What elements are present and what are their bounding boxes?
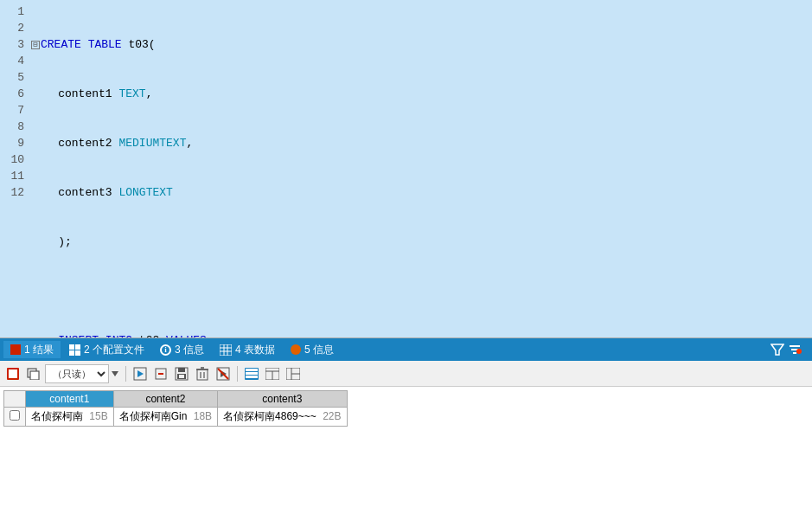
dropdown-arrow-icon[interactable] xyxy=(109,364,121,383)
cell-content3-value: 名侦探柯南4869~~~ xyxy=(223,410,316,422)
table-icon xyxy=(220,344,232,356)
cell-content1-size: 15B xyxy=(89,410,107,422)
result-table: content1 content2 content3 名侦探柯南 15B 名侦探… xyxy=(3,390,348,427)
cell-content2: 名侦探柯南Gin 18B xyxy=(113,408,217,427)
toolbar-btn1[interactable] xyxy=(131,364,150,383)
cell-content2-size: 18B xyxy=(194,410,212,422)
svg-rect-11 xyxy=(9,369,17,378)
tab-config-label: 2 个配置文件 xyxy=(84,343,144,357)
svg-rect-13 xyxy=(30,371,39,380)
cell-content3-size: 22B xyxy=(323,410,341,422)
svg-marker-5 xyxy=(771,344,783,355)
code-editor[interactable]: 1 2 3 4 5 6 7 8 9 10 11 12 ⊟CREATE TABLE… xyxy=(0,0,812,337)
orange-icon xyxy=(291,344,301,355)
tab-info2-label: 5 信息 xyxy=(304,343,334,357)
toolbar-layout2-icon[interactable] xyxy=(263,364,282,383)
bottom-panel: 1 结果 2 个配置文件 i 3 信息 4 表数据 5 信息 xyxy=(0,337,812,514)
tab-tabledata[interactable]: 4 表数据 xyxy=(213,341,282,358)
cell-content1: 名侦探柯南 15B xyxy=(26,408,114,427)
cell-content3: 名侦探柯南4869~~~ 22B xyxy=(218,408,347,427)
svg-rect-0 xyxy=(220,344,232,356)
result-icon xyxy=(10,344,21,355)
code-content[interactable]: ⊟CREATE TABLE t03( content1 TEXT, conten… xyxy=(31,3,812,334)
result-table-wrap: content1 content2 content3 名侦探柯南 15B 名侦探… xyxy=(0,387,812,514)
header-content3: content3 xyxy=(218,391,347,408)
svg-rect-34 xyxy=(246,376,258,378)
toolbar-dropdown-wrap: （只读） 可编辑 xyxy=(45,364,121,383)
row-check[interactable] xyxy=(10,410,20,421)
toolbar-layout1-icon[interactable] xyxy=(242,364,261,383)
toolbar-btn2[interactable] xyxy=(151,364,170,383)
result-toolbar: （只读） 可编辑 xyxy=(0,361,812,387)
toolbar-delete-icon[interactable] xyxy=(193,364,212,383)
tab-result[interactable]: 1 结果 xyxy=(3,341,61,358)
header-content1: content1 xyxy=(26,391,114,408)
toolbar-copy-icon[interactable] xyxy=(24,364,43,383)
toolbar-sep1 xyxy=(125,366,126,382)
info-icon: i xyxy=(160,344,171,356)
svg-marker-14 xyxy=(112,371,118,376)
tab-info2[interactable]: 5 信息 xyxy=(284,341,341,358)
svg-rect-23 xyxy=(197,369,208,380)
filter2-icon[interactable] xyxy=(788,343,802,357)
svg-rect-22 xyxy=(179,375,184,378)
toolbar-refresh-icon[interactable] xyxy=(3,364,22,383)
cell-content2-value: 名侦探柯南Gin xyxy=(119,410,188,422)
filter-area xyxy=(770,343,809,357)
readonly-select[interactable]: （只读） 可编辑 xyxy=(45,364,109,383)
toolbar-layout3-icon[interactable] xyxy=(284,364,303,383)
header-content2: content2 xyxy=(113,391,217,408)
svg-rect-20 xyxy=(178,368,185,372)
toolbar-sep2 xyxy=(237,366,238,382)
tab-result-label: 1 结果 xyxy=(24,343,54,357)
grid-icon xyxy=(69,344,80,356)
toolbar-btn5[interactable] xyxy=(214,364,233,383)
line-numbers: 1 2 3 4 5 6 7 8 9 10 11 12 xyxy=(0,3,31,334)
tab-config[interactable]: 2 个配置文件 xyxy=(62,341,151,358)
svg-rect-32 xyxy=(246,369,258,371)
filter-icon[interactable] xyxy=(770,343,784,357)
svg-line-30 xyxy=(218,369,228,379)
svg-point-9 xyxy=(796,349,802,354)
cell-content1-value: 名侦探柯南 xyxy=(31,410,83,422)
tab-bar: 1 结果 2 个配置文件 i 3 信息 4 表数据 5 信息 xyxy=(0,338,812,361)
toolbar-save-icon[interactable] xyxy=(172,364,191,383)
tab-info-label: 3 信息 xyxy=(175,343,204,357)
fold-icon[interactable]: ⊟ xyxy=(31,41,40,49)
svg-rect-33 xyxy=(246,372,258,375)
svg-marker-16 xyxy=(137,370,144,377)
tab-info[interactable]: i 3 信息 xyxy=(153,341,211,358)
table-row: 名侦探柯南 15B 名侦探柯南Gin 18B 名侦探柯南4869~~~ 22B xyxy=(4,408,348,427)
row-checkbox[interactable] xyxy=(4,408,26,427)
tab-tabledata-label: 4 表数据 xyxy=(235,343,275,357)
